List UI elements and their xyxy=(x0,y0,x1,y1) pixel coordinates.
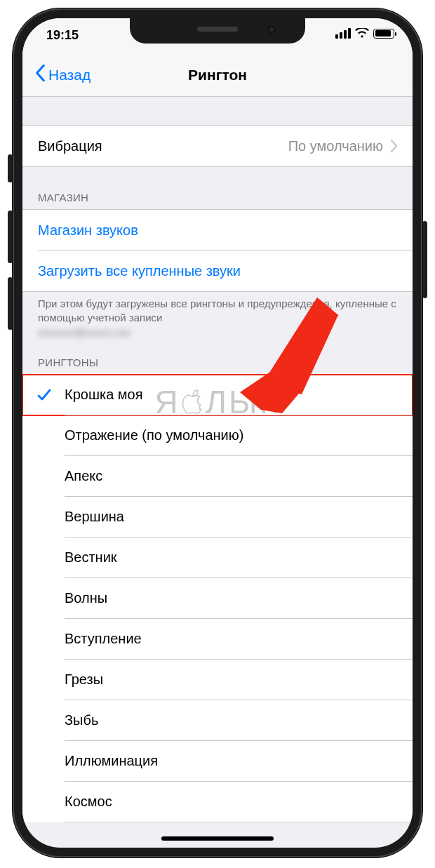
store-footer-text: При этом будут загружены все рингтоны и … xyxy=(38,298,396,323)
ringtone-row[interactable]: Иллюминация xyxy=(22,741,413,782)
chevron-right-icon xyxy=(390,140,397,152)
phone-screen: 19:15 Назад Рингтон xyxy=(22,18,413,848)
battery-icon xyxy=(373,29,394,39)
vibration-group: Вибрация По умолчанию xyxy=(22,125,413,166)
download-all-row[interactable]: Загрузить все купленные звуки xyxy=(22,251,413,291)
ringtone-label: Крошка моя xyxy=(65,387,143,403)
store-footer-account: xxxxxxx@xxxxx.xxx xyxy=(38,326,130,340)
ringtone-row[interactable]: Грезы xyxy=(22,660,413,700)
ringtone-row[interactable]: Апекс xyxy=(22,456,413,497)
ringtone-row[interactable]: Волны xyxy=(22,578,413,619)
ringtone-label: Волны xyxy=(65,590,107,606)
ringtone-row[interactable]: Зыбь xyxy=(22,700,413,741)
chevron-left-icon xyxy=(35,65,46,85)
ringtones-group: Крошка мояОтражение (по умолчанию)АпексВ… xyxy=(22,374,413,822)
checkmark-icon xyxy=(36,387,52,403)
store-group: Магазин звуков Загрузить все купленные з… xyxy=(22,209,413,291)
status-time: 19:15 xyxy=(46,28,79,43)
cellular-icon xyxy=(335,28,351,39)
nav-bar: Назад Рингтон xyxy=(22,53,413,97)
sound-store-row[interactable]: Магазин звуков xyxy=(22,210,413,251)
ringtone-label: Вершина xyxy=(65,509,124,525)
store-header: МАГАЗИН xyxy=(22,166,413,209)
page-title: Рингтон xyxy=(188,67,247,84)
store-footer: При этом будут загружены все рингтоны и … xyxy=(22,291,413,342)
ringtone-row[interactable]: Вступление xyxy=(22,619,413,660)
ringtone-row[interactable]: Вершина xyxy=(22,497,413,538)
download-all-label: Загрузить все купленные звуки xyxy=(38,263,397,279)
home-indicator[interactable] xyxy=(161,836,274,841)
back-button[interactable]: Назад xyxy=(29,53,96,96)
phone-frame: 19:15 Назад Рингтон xyxy=(13,8,422,857)
ringtone-label: Иллюминация xyxy=(65,753,158,769)
ringtone-row[interactable]: Космос xyxy=(22,782,413,822)
ringtone-label: Космос xyxy=(65,794,112,810)
ringtone-row[interactable]: Отражение (по умолчанию) xyxy=(22,415,413,456)
ringtone-label: Вступление xyxy=(65,631,142,647)
ringtone-row[interactable]: Крошка моя xyxy=(22,375,413,415)
status-icons xyxy=(335,28,394,39)
ringtone-row[interactable]: Вестник xyxy=(22,538,413,578)
ringtone-label: Вестник xyxy=(65,549,117,566)
vibration-label: Вибрация xyxy=(38,138,288,154)
back-label: Назад xyxy=(48,67,91,84)
ringtone-label: Отражение (по умолчанию) xyxy=(65,427,243,443)
wifi-icon xyxy=(355,28,369,39)
vibration-value: По умолчанию xyxy=(288,138,383,154)
ringtone-label: Апекс xyxy=(65,468,102,484)
vibration-row[interactable]: Вибрация По умолчанию xyxy=(22,126,413,166)
ringtone-label: Грезы xyxy=(65,672,103,688)
sound-store-label: Магазин звуков xyxy=(38,222,397,239)
ringtones-header: РИНГТОНЫ xyxy=(22,342,413,374)
notch xyxy=(130,18,305,44)
ringtone-label: Зыбь xyxy=(65,712,98,728)
